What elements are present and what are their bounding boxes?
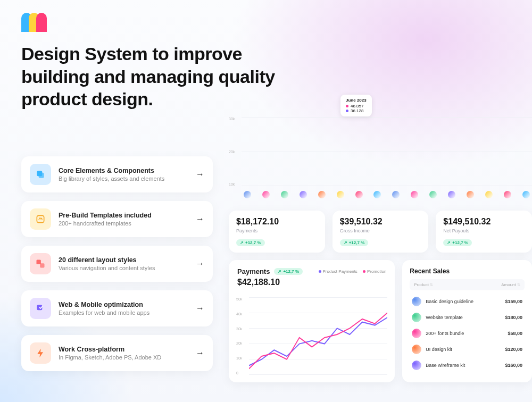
feature-title: Core Elements & Components bbox=[59, 167, 188, 174]
chart-line bbox=[249, 313, 387, 368]
table-row[interactable]: Base wireframe kit$160,00 bbox=[410, 357, 525, 373]
arrow-right-icon: → bbox=[196, 304, 204, 313]
logo bbox=[21, 13, 47, 32]
product-amount: $160,00 bbox=[505, 363, 522, 368]
product-name: Website template bbox=[426, 315, 501, 320]
arrow-right-icon: → bbox=[196, 170, 204, 179]
bar-category-icon bbox=[244, 191, 251, 198]
product-amount: $58,00 bbox=[508, 331, 522, 336]
feature-title: Pre-Build Templates included bbox=[59, 212, 188, 219]
svg-rect-1 bbox=[39, 173, 44, 178]
bar-category-icon bbox=[485, 191, 493, 198]
stat-trend: ↗+12,7 % bbox=[443, 239, 472, 246]
product-icon bbox=[412, 297, 421, 306]
bar-category-icon bbox=[318, 191, 326, 198]
bar-category-icon bbox=[429, 191, 437, 198]
recent-sales-title: Recent Sales bbox=[410, 267, 525, 275]
feature-list: Core Elements & ComponentsBig library of… bbox=[21, 156, 213, 371]
bar-category-icon bbox=[281, 191, 288, 198]
stat-trend: ↗+12,7 % bbox=[236, 239, 265, 246]
stat-value: $18,172.10 bbox=[236, 217, 318, 227]
product-icon bbox=[412, 345, 421, 354]
feature-icon bbox=[30, 164, 51, 185]
feature-title: Work Cross-platform bbox=[59, 346, 188, 353]
product-amount: $159,00 bbox=[505, 299, 522, 304]
svg-rect-2 bbox=[37, 215, 44, 222]
bar-category-icon bbox=[411, 191, 418, 198]
feature-card[interactable]: Core Elements & ComponentsBig library of… bbox=[21, 156, 213, 192]
stat-card[interactable]: $18,172.10Payments↗+12,7 % bbox=[229, 211, 325, 253]
product-amount: $120,00 bbox=[505, 347, 522, 352]
bar-chart-card: June 2023 46.057 36.128 30k20k10k bbox=[229, 95, 532, 201]
table-row[interactable]: 200+ fonts bundle$58,00 bbox=[410, 325, 525, 341]
bar-category-icon bbox=[300, 191, 307, 198]
stat-value: $39,510.32 bbox=[340, 217, 421, 227]
feature-card[interactable]: Work Cross-platformIn Figma, Sketch, Ado… bbox=[21, 335, 213, 371]
stat-label: Gross Income bbox=[340, 228, 421, 233]
svg-rect-3 bbox=[37, 260, 41, 264]
stat-value: $149,510.32 bbox=[443, 217, 525, 227]
product-name: Base wireframe kit bbox=[426, 363, 501, 368]
bar-category-icon bbox=[262, 191, 270, 198]
arrow-right-icon: → bbox=[196, 259, 204, 269]
bar-category-icon bbox=[373, 191, 381, 198]
feature-title: Web & Mobile optimization bbox=[59, 301, 188, 308]
bar-category-icon bbox=[355, 191, 363, 198]
payments-title: Payments bbox=[237, 267, 270, 275]
bar-category-icon bbox=[337, 191, 344, 198]
arrow-right-icon: → bbox=[196, 348, 204, 358]
feature-subtitle: In Figma, Sketch, Adobe PS, Adobe XD bbox=[59, 354, 188, 361]
product-name: UI design kit bbox=[426, 347, 501, 352]
stat-label: Payments bbox=[236, 228, 318, 233]
payments-trend: ↗+12,7 % bbox=[274, 268, 303, 275]
bar-category-icon bbox=[448, 191, 455, 198]
bar-tooltip: June 2023 46.057 36.128 bbox=[340, 95, 372, 116]
recent-sales-card: Recent Sales Product ⇅ Amount ⇅ Basic de… bbox=[402, 260, 532, 382]
payments-card: Payments ↗+12,7 % Product Payments Promo… bbox=[229, 260, 395, 382]
product-amount: $180,00 bbox=[505, 315, 522, 320]
feature-card[interactable]: Web & Mobile optimizationExamples for we… bbox=[21, 290, 213, 326]
chart-line bbox=[249, 317, 387, 366]
table-row[interactable]: UI design kit$120,00 bbox=[410, 341, 525, 357]
stat-card[interactable]: $39,510.32Gross Income↗+12,7 % bbox=[332, 211, 429, 253]
stat-row: $18,172.10Payments↗+12,7 %$39,510.32Gros… bbox=[229, 211, 532, 253]
product-icon bbox=[412, 329, 421, 338]
payments-value: $42,188.10 bbox=[237, 278, 386, 287]
product-icon bbox=[412, 313, 421, 322]
product-name: 200+ fonts bundle bbox=[426, 331, 503, 336]
feature-icon bbox=[30, 342, 51, 364]
stat-card[interactable]: $149,510.32Net Payouts↗+12,7 % bbox=[436, 211, 532, 253]
payments-legend: Product Payments Promotion bbox=[319, 269, 387, 274]
feature-subtitle: 200+ handcrafted templates bbox=[59, 220, 188, 227]
feature-card[interactable]: Pre-Build Templates included200+ handcra… bbox=[21, 201, 213, 237]
bar-category-icon bbox=[504, 191, 511, 198]
bar-category-icon bbox=[522, 191, 530, 198]
dashboard: June 2023 46.057 36.128 30k20k10k $18,17… bbox=[229, 95, 532, 402]
arrow-right-icon: → bbox=[196, 214, 204, 224]
feature-card[interactable]: 20 different layout stylesVarious naviga… bbox=[21, 246, 213, 282]
table-row[interactable]: Basic design guideline$159,00 bbox=[410, 294, 525, 309]
feature-title: 20 different layout styles bbox=[59, 256, 188, 264]
svg-rect-4 bbox=[40, 263, 44, 267]
feature-subtitle: Examples for web and mobile apps bbox=[59, 309, 188, 316]
bar-category-icon bbox=[467, 191, 474, 198]
feature-icon bbox=[30, 253, 51, 274]
feature-subtitle: Big library of styles, assets and elemen… bbox=[59, 175, 188, 182]
table-row[interactable]: Website template$180,00 bbox=[410, 309, 525, 325]
stat-trend: ↗+12,7 % bbox=[340, 239, 369, 246]
recent-sales-header: Product ⇅ Amount ⇅ bbox=[410, 279, 525, 290]
feature-icon bbox=[30, 208, 51, 230]
feature-icon bbox=[30, 298, 51, 319]
bar-category-icon bbox=[392, 191, 400, 198]
product-icon bbox=[412, 361, 421, 370]
stat-label: Net Payouts bbox=[443, 228, 525, 233]
feature-subtitle: Various navigation and content styles bbox=[59, 265, 188, 271]
product-name: Basic design guideline bbox=[426, 299, 501, 304]
